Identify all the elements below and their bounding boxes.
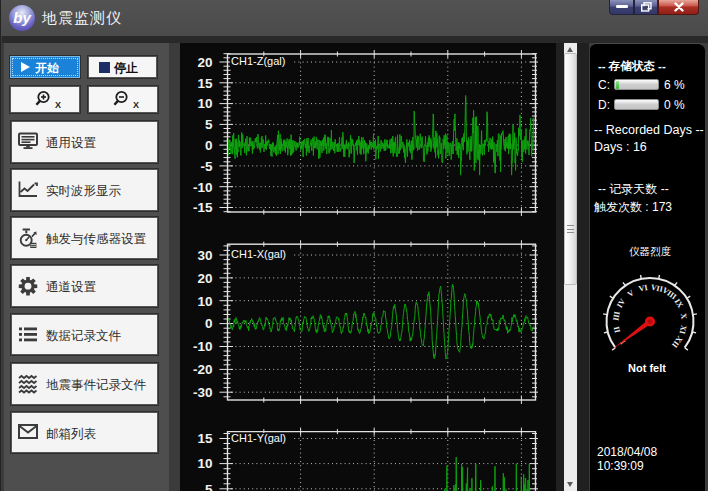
svg-text:15: 15 <box>197 431 213 446</box>
svg-text:-30: -30 <box>193 385 213 400</box>
svg-text:5: 5 <box>205 117 213 132</box>
svg-text:V: V <box>626 288 636 299</box>
svg-text:III: III <box>611 311 621 322</box>
svg-text:VI: VI <box>638 283 649 294</box>
svg-text:XI: XI <box>678 324 689 335</box>
svg-text:CH1-Y(gal): CH1-Y(gal) <box>231 432 286 444</box>
svg-text:XII: XII <box>670 334 684 349</box>
svg-text:-20: -20 <box>193 362 213 377</box>
svg-text:5: 5 <box>205 482 213 491</box>
svg-text:10: 10 <box>197 96 212 111</box>
svg-text:0: 0 <box>205 316 213 331</box>
svg-text:15: 15 <box>197 76 213 91</box>
svg-text:-5: -5 <box>200 159 212 174</box>
svg-text:CH1-X(gal): CH1-X(gal) <box>231 248 286 260</box>
svg-text:-10: -10 <box>193 180 213 195</box>
svg-text:X: X <box>679 313 689 320</box>
svg-text:IV: IV <box>615 297 627 310</box>
svg-text:10: 10 <box>197 294 212 309</box>
svg-text:30: 30 <box>197 248 212 263</box>
svg-text:10: 10 <box>197 456 212 471</box>
svg-text:II: II <box>612 326 622 334</box>
svg-text:0: 0 <box>205 138 213 153</box>
svg-text:-15: -15 <box>193 200 213 215</box>
svg-text:20: 20 <box>197 55 212 70</box>
svg-text:20: 20 <box>197 271 212 286</box>
svg-text:-10: -10 <box>193 339 213 354</box>
svg-text:CH1-Z(gal): CH1-Z(gal) <box>231 55 285 67</box>
